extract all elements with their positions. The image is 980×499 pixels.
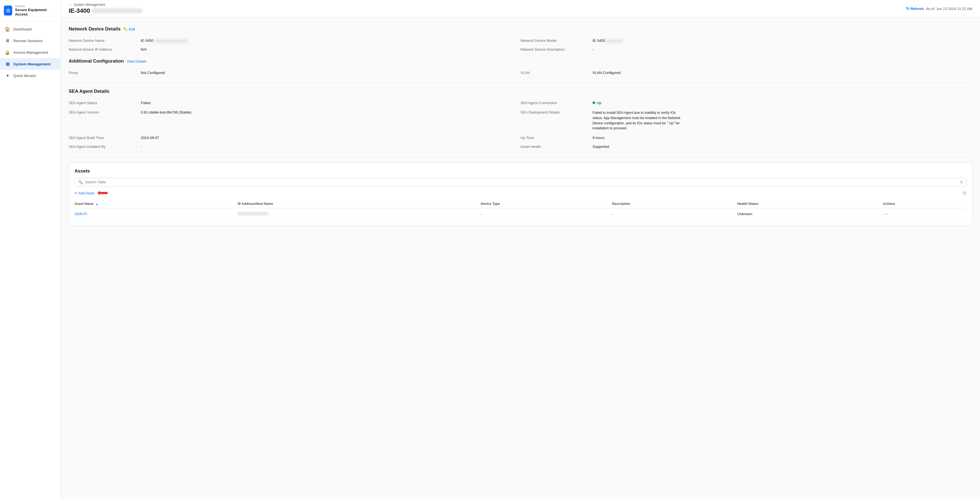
sidebar-item-label: Dashboard	[13, 27, 32, 31]
breadcrumb-label: System Management	[74, 3, 105, 6]
as-of-text: As of: Jun 13 2024 11:21 AM	[926, 6, 972, 11]
sidebar-service[interactable]: ⊞ Service Secure Equipment Access ›	[0, 0, 60, 21]
vlan-value: VLAN Configured	[592, 71, 972, 75]
network-device-ip-value: N/A	[141, 48, 520, 51]
sidebar-item-dashboard[interactable]: 🏠 Dashboard	[0, 23, 60, 35]
arrow-svg	[97, 190, 111, 196]
search-input[interactable]	[85, 180, 958, 184]
sidebar-item-label: Remote Sessions	[13, 39, 43, 43]
refresh-icon: ↻	[906, 6, 909, 11]
asset-device-type-cell: -	[481, 208, 612, 220]
uptime-label: Up Time	[520, 136, 592, 140]
page-title: IE-3400	[69, 7, 142, 14]
additional-config-grid: Proxy Not Configured VLAN VLAN Configure…	[69, 68, 972, 77]
breadcrumb-arrow: ←	[69, 3, 72, 6]
sea-installed-by-value: -	[141, 145, 520, 149]
sea-installed-by-label: SEA Agent Installed By	[69, 145, 141, 149]
network-device-model-row: Network Device Model IE-3400	[520, 36, 972, 45]
asset-name-cell: 3400-PI	[75, 208, 238, 220]
svg-rect-0	[100, 192, 108, 194]
lock-icon: 🔒	[5, 49, 11, 56]
search-bar[interactable]: 🔍 ⧉	[75, 178, 966, 186]
sea-agent-version-label: SEA Agent Version	[69, 110, 141, 114]
edit-label: Edit	[129, 27, 135, 31]
assets-title: Assets	[75, 168, 966, 174]
wizard-icon: ✦	[5, 73, 11, 79]
refresh-label: Refresh	[910, 6, 924, 11]
edit-button[interactable]: ✏️ Edit	[123, 27, 135, 31]
sort-icon[interactable]: ▲	[95, 202, 98, 205]
col-header-device-type: Device Type	[481, 200, 612, 208]
network-device-model-blurred	[606, 39, 623, 43]
uptime-row: Up Time 9 hours	[520, 133, 972, 142]
additional-config-section-header: Additional Configuration View Details	[69, 59, 972, 64]
asset-description-cell: -	[612, 208, 737, 220]
page-title-blurred	[92, 8, 142, 13]
sea-agent-connection-label: SEA Agent Connection	[520, 101, 592, 105]
remote-sessions-icon: 🖥	[5, 38, 11, 44]
edit-icon: ✏️	[123, 27, 128, 31]
sea-deployment-row: SEA Deployment Details Failed to install…	[520, 107, 972, 133]
network-device-name-row: Network Device Name IE-3400	[69, 36, 520, 45]
chevron-right-icon: ›	[56, 9, 57, 13]
asset-ip-blurred	[238, 212, 268, 215]
content-area: Network Device Details ✏️ Edit Network D…	[61, 17, 980, 499]
settings-icon[interactable]: ⚙	[963, 191, 966, 196]
sea-agent-connection-row: SEA Agent Connection Up	[520, 99, 972, 107]
status-dot-green	[592, 101, 595, 104]
sea-build-time-row: SEA Agent Build Time 2024-06-07	[69, 133, 520, 142]
asset-table: Asset Name ▲ IP Address/Host Name Device…	[75, 200, 966, 220]
network-device-desc-label: Network Device Description	[520, 48, 592, 51]
sidebar-item-label: Quick Wizard	[13, 74, 35, 78]
col-header-actions: Actions	[883, 200, 966, 208]
topbar-right: ↻ Refresh As of: Jun 13 2024 11:21 AM	[906, 6, 972, 11]
asset-health-status-cell: Unknown	[737, 208, 883, 220]
service-name: Secure Equipment Access	[15, 8, 53, 16]
sidebar-item-remote-sessions[interactable]: 🖥 Remote Sessions	[0, 35, 60, 46]
asset-actions-cell: ···	[883, 208, 966, 220]
breadcrumb: ← System Management	[69, 3, 142, 6]
col-header-asset-name: Asset Name ▲	[75, 200, 238, 208]
sea-agent-version-row: SEA Agent Version 0.81-stable-test-8fe70…	[69, 107, 520, 133]
sea-agent-connection-value: Up	[592, 101, 972, 105]
table-row: 3400-PI - - Unknown ···	[75, 208, 966, 220]
sea-agent-title: SEA Agent Details	[69, 89, 110, 94]
asset-name-col-label: Asset Name	[75, 202, 94, 206]
asset-name-link[interactable]: 3400-PI	[75, 212, 87, 216]
network-device-ip-label: Network Device IP Address	[69, 48, 141, 51]
page-title-text: IE-3400	[69, 7, 90, 14]
sidebar-item-label: Access Management	[13, 51, 48, 54]
sea-deployment-label: SEA Deployment Details	[520, 110, 592, 114]
sidebar-item-access-management[interactable]: 🔒 Access Management	[0, 46, 60, 58]
svg-marker-1	[97, 191, 100, 195]
add-asset-button[interactable]: + Add Asset	[75, 191, 94, 195]
network-device-model-value: IE-3400	[592, 38, 972, 43]
network-device-name-label: Network Device Name	[69, 38, 141, 43]
main-area: ← System Management IE-3400 ↻ Refresh As…	[61, 0, 980, 499]
add-asset-label: Add Asset	[78, 191, 94, 195]
network-device-desc-value: -	[592, 48, 972, 51]
network-device-grid: Network Device Name IE-3400 Network Devi…	[69, 36, 972, 54]
service-label: Service	[15, 5, 53, 8]
sidebar: ⊞ Service Secure Equipment Access › 🏠 Da…	[0, 0, 61, 499]
network-device-ip-row: Network Device IP Address N/A	[69, 45, 520, 54]
actions-menu-button[interactable]: ···	[883, 211, 889, 216]
refresh-button[interactable]: ↻ Refresh	[906, 6, 924, 11]
filter-icon[interactable]: ⧉	[960, 180, 963, 184]
search-icon: 🔍	[78, 180, 83, 184]
vlan-label: VLAN	[520, 71, 592, 75]
uptime-value: 9 hours	[592, 136, 972, 140]
view-details-button[interactable]: View Details	[127, 59, 146, 64]
plus-icon: +	[75, 191, 77, 195]
proxy-row: Proxy Not Configured	[69, 68, 520, 77]
sidebar-item-system-management[interactable]: ⊞ System Management	[0, 58, 60, 70]
add-asset-row: + Add Asset ⚙	[75, 190, 966, 196]
sea-deployment-value: Failed to install SEA Agent due to inabi…	[592, 110, 681, 131]
network-device-desc-row: Network Device Description -	[520, 45, 972, 54]
sea-build-time-value: 2024-06-07	[141, 136, 520, 140]
topbar: ← System Management IE-3400 ↻ Refresh As…	[61, 0, 980, 17]
sidebar-item-quick-wizard[interactable]: ✦ Quick Wizard	[0, 70, 60, 81]
sea-agent-version-value: 0.81-stable-test-8fe706 (Stable)	[141, 110, 520, 114]
proxy-value: Not Configured	[141, 71, 520, 75]
asset-ip-cell	[238, 208, 480, 220]
